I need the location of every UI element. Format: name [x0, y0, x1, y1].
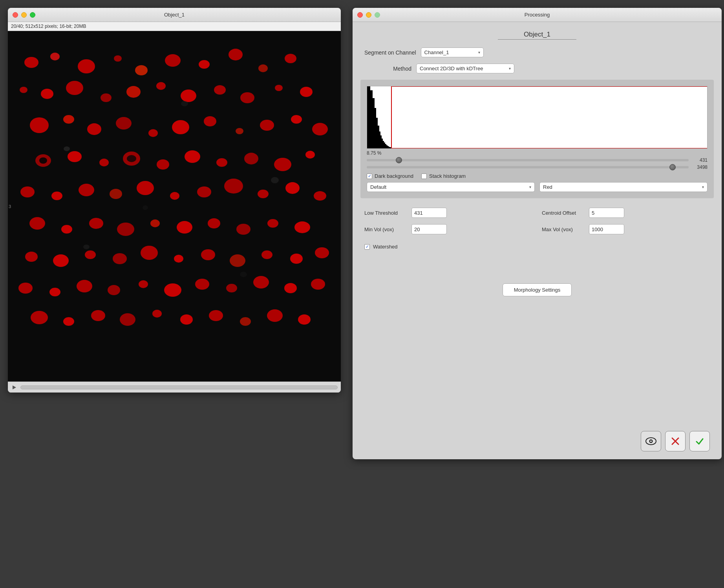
minimize-button-left[interactable] [21, 12, 27, 18]
svg-rect-111 [378, 126, 379, 148]
stack-histogram-checkbox-box[interactable] [421, 173, 427, 179]
max-vol-label: Max Vol (vox) [542, 226, 585, 232]
min-vol-input[interactable] [411, 224, 447, 234]
svg-point-54 [285, 182, 300, 194]
max-vol-input[interactable] [589, 224, 624, 234]
svg-point-46 [51, 192, 62, 200]
svg-point-64 [267, 219, 278, 228]
channel-dropdown[interactable]: Channel_1 ▾ [421, 47, 484, 57]
svg-point-87 [311, 279, 325, 290]
microscopy-image [8, 31, 341, 382]
svg-point-101 [143, 205, 148, 210]
sidebar-number: 3 [9, 204, 11, 209]
svg-point-94 [209, 310, 223, 321]
proc-content: Segment on Channel Channel_1 ▾ Method Co… [353, 22, 722, 304]
morphology-settings-button[interactable]: Morphology Settings [503, 283, 572, 296]
svg-point-51 [197, 186, 211, 197]
segment-channel-label: Segment on Channel [364, 49, 416, 56]
svg-point-2 [50, 53, 60, 60]
traffic-lights-right [357, 12, 380, 18]
svg-point-50 [170, 192, 179, 200]
confirm-button[interactable] [689, 431, 710, 451]
object-name-row [364, 30, 710, 40]
slider2-thumb[interactable] [669, 164, 676, 170]
method-dropdown-value: Connect 2D/3D with kDTree [420, 66, 506, 71]
lut1-dropdown-arrow: ▾ [529, 185, 531, 189]
svg-point-14 [101, 93, 112, 102]
svg-rect-104 [367, 86, 707, 148]
svg-point-43 [274, 158, 291, 171]
slider1-row: 431 [367, 157, 708, 163]
image-window: Object_1 20/40; 512x512 pixels; 16-bit; … [8, 8, 341, 393]
svg-rect-110 [376, 118, 378, 148]
stack-histogram-checkbox[interactable]: Stack histogram [421, 173, 466, 179]
svg-point-4 [114, 55, 122, 62]
svg-rect-112 [379, 131, 380, 148]
svg-point-32 [312, 123, 328, 135]
close-button-right[interactable] [357, 12, 363, 18]
watershed-checkbox-box[interactable]: ✓ [364, 244, 370, 250]
svg-point-24 [87, 123, 101, 135]
svg-rect-119 [388, 146, 389, 148]
low-threshold-row: Low Threshold [364, 208, 532, 218]
eye-button[interactable] [641, 431, 661, 451]
svg-rect-106 [367, 86, 370, 148]
centroid-offset-row: Centroid Offset [542, 208, 710, 218]
low-threshold-label: Low Threshold [364, 210, 408, 216]
svg-point-83 [195, 279, 209, 290]
cancel-button[interactable] [665, 431, 686, 451]
svg-point-77 [18, 283, 33, 294]
image-container: 3 [8, 31, 341, 382]
slider2-row: 3498 [367, 164, 708, 170]
low-threshold-input[interactable] [411, 208, 447, 218]
watershed-row[interactable]: ✓ Watershed [364, 244, 710, 250]
minimize-button-right[interactable] [366, 12, 371, 18]
svg-point-96 [267, 309, 283, 322]
object-name-input[interactable] [498, 30, 576, 40]
centroid-offset-label: Centroid Offset [542, 210, 585, 216]
histogram-area[interactable] [367, 86, 708, 149]
scroll-track[interactable] [20, 385, 338, 389]
cancel-icon [671, 437, 680, 446]
slider2-container[interactable] [367, 164, 689, 170]
maximize-button-left[interactable] [30, 12, 35, 18]
svg-point-25 [116, 117, 132, 130]
slider1-container[interactable] [367, 157, 689, 163]
close-button-left[interactable] [13, 12, 18, 18]
svg-point-102 [83, 245, 90, 249]
svg-point-82 [164, 283, 181, 297]
play-icon [13, 385, 16, 389]
slider1-thumb[interactable] [396, 157, 402, 163]
svg-point-71 [174, 255, 183, 263]
svg-rect-0 [8, 31, 341, 382]
histogram-panel: 8.75 % 431 3498 [360, 80, 714, 198]
svg-point-5 [135, 65, 148, 75]
method-dropdown-arrow: ▾ [509, 66, 511, 71]
svg-point-16 [156, 82, 166, 90]
svg-point-38 [127, 155, 136, 162]
dark-background-checkbox-box[interactable]: ✓ [367, 173, 372, 179]
channel-dropdown-value: Channel_1 [424, 49, 476, 55]
confirm-icon [695, 437, 704, 446]
svg-rect-120 [389, 147, 390, 148]
svg-point-126 [650, 440, 652, 442]
method-dropdown[interactable]: Connect 2D/3D with kDTree ▾ [416, 64, 514, 73]
svg-point-68 [85, 250, 96, 259]
svg-point-88 [31, 311, 48, 324]
dark-background-checkbox[interactable]: ✓ Dark background [367, 173, 413, 179]
svg-point-9 [258, 64, 268, 72]
threshold-pct: 8.75 % [367, 150, 708, 156]
traffic-lights-left [13, 12, 35, 18]
svg-point-57 [61, 225, 72, 234]
play-button[interactable] [11, 384, 17, 391]
svg-point-99 [181, 101, 188, 106]
centroid-offset-input[interactable] [589, 208, 624, 218]
lut1-dropdown[interactable]: Default ▾ [367, 182, 535, 192]
svg-point-60 [150, 219, 160, 227]
watershed-label: Watershed [373, 244, 397, 250]
svg-point-49 [137, 181, 154, 195]
lut2-dropdown[interactable]: Red ▾ [539, 182, 708, 192]
svg-point-89 [63, 317, 74, 326]
svg-point-65 [294, 221, 310, 233]
svg-point-98 [64, 146, 70, 151]
